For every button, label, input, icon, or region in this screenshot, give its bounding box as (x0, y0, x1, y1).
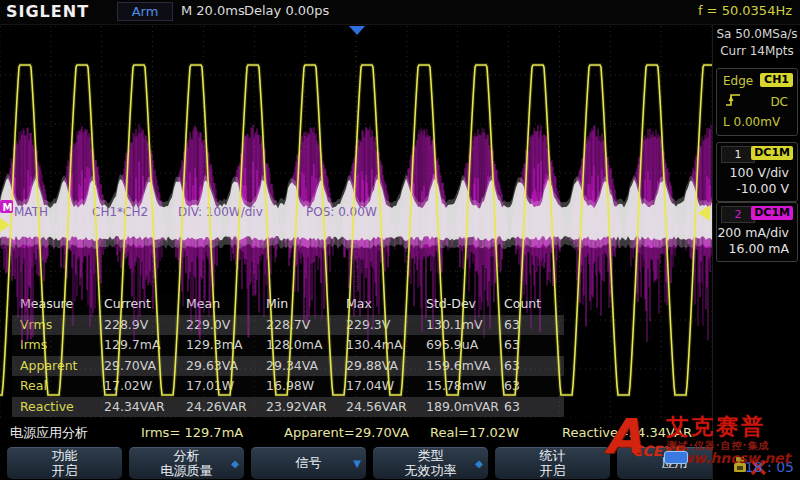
delay-readout[interactable]: Delay 0.00ps (244, 3, 329, 18)
menu-value: 开启 (7, 464, 122, 479)
table-cell: 63 (504, 397, 552, 418)
clock-readout: 18 : 05 (745, 459, 794, 475)
table-cell: 128.0mA (266, 335, 346, 356)
table-cell: 16.98W (266, 376, 346, 397)
table-cell: 24.26VAR (186, 397, 266, 418)
rising-edge-icon (724, 92, 742, 108)
reactive-power-readout: Reactive=24.34VAR (562, 420, 692, 446)
table-header-cell: Current (104, 294, 186, 315)
trigger-frequency-readout: f = 50.0354Hz (698, 3, 792, 18)
table-cell: 17.04W (346, 376, 426, 397)
menu-button-type[interactable]: 类型 无效功率 ◆ (373, 447, 488, 479)
select-diamond-icon: ◆ (475, 456, 483, 471)
trigger-mode-label: Edge (723, 74, 753, 88)
channel1-scale-readout: 100 V/div (730, 165, 789, 180)
menu-label: 统计 (495, 449, 610, 464)
table-header-cell: Std-Dev (426, 294, 504, 315)
channel2-coupling-badge: DC1M (751, 206, 793, 220)
real-power-readout: Real=17.02W (430, 420, 519, 446)
analysis-mode-title: 电源应用分析 (10, 420, 88, 446)
table-header-cell: Mean (186, 294, 266, 315)
table-cell: 63 (504, 356, 552, 377)
table-cell: 229.3V (346, 315, 426, 336)
menu-value: 无效功率 (373, 464, 488, 479)
menu-value: 开启 (495, 464, 610, 479)
softkey-menu-bar: 功能 开启 分析 电源质量 ◆ 信号 ▼ 类型 无效功率 ◆ 统计 开启 应用 (0, 447, 762, 478)
menu-label: 信号 (251, 456, 366, 471)
table-cell: 23.92VAR (266, 397, 346, 418)
table-header-cell: Count (504, 294, 552, 315)
timebase-readout[interactable]: M 20.0ms (181, 3, 245, 18)
channel2-scale-readout: 200 mA/div (717, 225, 789, 240)
table-row: Vrms228.9V229.0V228.7V229.3V130.1mV63 (12, 315, 564, 336)
table-cell: 129.3mA (186, 335, 266, 356)
table-cell: 24.34VAR (104, 397, 186, 418)
table-cell: 29.88VA (346, 356, 426, 377)
table-cell: 29.34VA (266, 356, 346, 377)
table-cell: 130.1mV (426, 315, 504, 336)
power-analysis-status-bar: 电源应用分析 Irms= 129.7mA Apparent=29.70VA Re… (0, 420, 712, 446)
table-header-cell: Max (346, 294, 426, 315)
table-cell: 189.0mVAR (426, 397, 504, 418)
table-cell: 229.0V (186, 315, 266, 336)
channel2-info-box[interactable]: 2 DC1M 200 mA/div 16.00 mA (716, 202, 798, 262)
measure-label: Vrms (20, 315, 104, 336)
channel1-offset-readout: -10.00 V (736, 181, 789, 196)
trigger-level-readout: L 0.00mV (723, 115, 780, 129)
channel1-info-box[interactable]: 1 DC1M 100 V/div -10.00 V (716, 142, 798, 202)
measure-label: Reactive (20, 397, 104, 418)
table-cell: 15.78mW (426, 376, 504, 397)
right-sidebar: Sa 50.0MSa/s Curr 14Mpts Edge CH1 DC L 0… (712, 24, 800, 480)
menu-button-statistics[interactable]: 统计 开启 (495, 447, 610, 479)
trigger-info-box[interactable]: Edge CH1 DC L 0.00mV (716, 68, 798, 136)
table-cell: 29.63VA (186, 356, 266, 377)
acquisition-status-badge[interactable]: Arm (117, 2, 173, 21)
memory-depth: Curr 14Mpts (715, 43, 799, 60)
menu-button-signal[interactable]: 信号 ▼ (251, 447, 366, 479)
measure-label: Irms (20, 335, 104, 356)
menu-button-function[interactable]: 功能 开启 (7, 447, 122, 479)
table-header-cell: Min (266, 294, 346, 315)
measure-label: Real (20, 376, 104, 397)
menu-label: 分析 (129, 449, 244, 464)
sample-rate: Sa 50.0MSa/s (715, 26, 799, 43)
table-cell: 63 (504, 335, 552, 356)
trigger-coupling-label: DC (770, 95, 788, 109)
irms-readout: Irms= 129.7mA (141, 420, 243, 446)
table-cell: 129.7mA (104, 335, 186, 356)
trigger-source-badge: CH1 (760, 73, 793, 87)
table-cell: 17.01W (186, 376, 266, 397)
table-row: Reactive24.34VAR24.26VAR23.92VAR24.56VAR… (12, 397, 564, 418)
table-cell: 63 (504, 376, 552, 397)
top-status-bar: SIGLENT Arm M 20.0ms Delay 0.00ps f = 50… (0, 0, 800, 25)
channel2-number-badge: 2 (721, 206, 755, 223)
brand-logo: SIGLENT (6, 2, 89, 21)
table-cell: 159.6mVA (426, 356, 504, 377)
table-header-row: MeasureCurrentMeanMinMaxStd-DevCount (12, 294, 564, 315)
menu-button-analysis[interactable]: 分析 电源质量 ◆ (129, 447, 244, 479)
usb-icon (664, 451, 688, 464)
channel2-offset-readout: 16.00 mA (729, 241, 790, 256)
table-cell: 17.02W (104, 376, 186, 397)
table-cell: 29.70VA (104, 356, 186, 377)
channel1-coupling-badge: DC1M (751, 146, 793, 160)
dropdown-arrow-icon: ▼ (353, 456, 361, 471)
table-header-cell: Measure (20, 294, 104, 315)
measure-label: Apparent (20, 356, 104, 377)
apparent-power-readout: Apparent=29.70VA (284, 420, 409, 446)
table-cell: 63 (504, 315, 552, 336)
table-row: Real17.02W17.01W16.98W17.04W15.78mW63 (12, 376, 564, 397)
menu-label: 功能 (7, 449, 122, 464)
oscilloscope-screen: SIGLENT Arm M 20.0ms Delay 0.00ps f = 50… (0, 0, 800, 480)
table-cell: 228.7V (266, 315, 346, 336)
table-cell: 130.4mA (346, 335, 426, 356)
table-cell: 695.9uA (426, 335, 504, 356)
measurement-statistics-table: MeasureCurrentMeanMinMaxStd-DevCountVrms… (12, 294, 564, 417)
menu-label: 类型 (373, 449, 488, 464)
acquisition-info: Sa 50.0MSa/s Curr 14Mpts (715, 26, 799, 60)
menu-value: 电源质量 (129, 464, 244, 479)
table-cell: 24.56VAR (346, 397, 426, 418)
select-diamond-icon: ◆ (231, 456, 239, 471)
table-row: Irms129.7mA129.3mA128.0mA130.4mA695.9uA6… (12, 335, 564, 356)
channel1-number-badge: 1 (721, 146, 755, 163)
